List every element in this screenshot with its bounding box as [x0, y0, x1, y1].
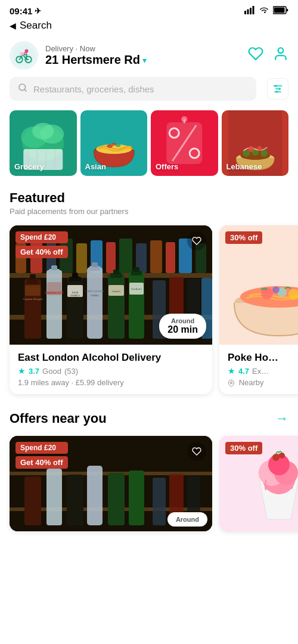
rating-label-poke: Ex… — [252, 367, 269, 376]
featured-cards-scroll[interactable]: Captain Morgan SMIRNOFF JACK DANIEL'S — [0, 218, 298, 401]
address-chevron-icon[interactable]: ▾ — [142, 55, 147, 65]
status-time: 09:41 ✈ — [10, 6, 41, 16]
svg-point-51 — [248, 146, 254, 152]
svg-rect-12 — [20, 52, 24, 55]
card-image-poke: 30% off — [219, 225, 298, 345]
svg-point-111 — [272, 286, 280, 293]
header-left: Delivery · Now 21 Hertsmere Rd ▾ — [10, 41, 147, 70]
badge-off-text: Get 40% off — [15, 246, 68, 258]
offers-scroll[interactable]: Spend £20 Get 40% off Around — [0, 429, 298, 538]
svg-point-21 — [276, 91, 278, 92]
category-offers[interactable]: Offers — [151, 110, 218, 176]
featured-title: Featured — [10, 190, 288, 206]
category-grocery[interactable]: Grocery — [10, 110, 77, 176]
search-bar-container: Restaurants, groceries, dishes — [0, 77, 298, 110]
card-info-poke: Poke Ho… ★ 4.7 Ex… Nearby — [219, 345, 298, 394]
address-text: 21 Hertsmere Rd — [45, 53, 140, 67]
card-time-value: 20 min — [167, 324, 198, 335]
card-heart-button-alcohol[interactable] — [187, 231, 206, 250]
star-icon-poke: ★ — [228, 366, 235, 376]
svg-line-15 — [24, 89, 26, 91]
card-time-badge-alcohol: Around 20 min — [159, 314, 206, 339]
card-badge-group-alcohol: Spend £20 Get 40% off — [15, 231, 68, 258]
poke-badge-percent: 30% off — [225, 231, 262, 244]
svg-point-26 — [32, 123, 54, 140]
signal-icon — [244, 6, 255, 16]
rating-label: Good — [42, 367, 61, 376]
svg-point-131 — [272, 454, 280, 461]
svg-point-19 — [275, 85, 277, 86]
category-offers-label: Offers — [156, 162, 178, 171]
card-name-poke: Poke Ho… — [228, 352, 298, 364]
time-display: 09:41 — [10, 6, 32, 16]
offers-badge-spend: Spend £20 — [15, 442, 68, 454]
rating-score: 3.7 — [29, 367, 39, 376]
battery-icon — [273, 6, 288, 16]
card-rating-alcohol: ★ 3.7 Good (53) — [18, 366, 204, 376]
svg-point-132 — [279, 453, 285, 459]
svg-point-36 — [116, 144, 120, 147]
category-asian-label: Asian — [85, 162, 106, 171]
card-image-alcohol: Captain Morgan SMIRNOFF JACK DANIEL'S — [10, 225, 212, 345]
offers-card-image-alcohol: Spend £20 Get 40% off Around — [10, 436, 212, 531]
rating-count: (53) — [64, 367, 78, 376]
offers-card-dessert[interactable]: 30% off — [219, 436, 298, 531]
offers-arrow-button[interactable]: → — [275, 411, 288, 426]
back-label[interactable]: Search — [20, 20, 52, 32]
offers-time-label: Around — [176, 516, 199, 523]
delivery-avatar — [10, 41, 38, 70]
location-icon: ✈ — [35, 7, 41, 16]
svg-rect-3 — [253, 6, 254, 14]
featured-section-header: Featured Paid placements from our partne… — [0, 185, 298, 218]
card-rating-poke: ★ 4.7 Ex… — [228, 366, 298, 376]
delivery-label: Delivery · Now — [45, 44, 147, 53]
offers-card-image-dessert: 30% off — [219, 436, 298, 531]
svg-rect-1 — [247, 10, 249, 15]
search-icon — [18, 83, 27, 95]
svg-point-37 — [111, 143, 116, 146]
offers-dessert-badge: 30% off — [225, 442, 262, 454]
status-icons — [244, 6, 288, 16]
offers-badge-off: Get 40% off — [15, 456, 68, 469]
svg-point-13 — [278, 48, 284, 53]
offers-card-alcohol[interactable]: Spend £20 Get 40% off Around — [10, 436, 212, 531]
svg-rect-2 — [250, 8, 252, 14]
badge-spend-text: Spend £20 — [15, 231, 68, 243]
card-name-alcohol: East London Alcohol Delivery — [18, 352, 204, 364]
card-info-alcohol: East London Alcohol Delivery ★ 3.7 Good … — [10, 345, 212, 394]
svg-rect-0 — [244, 11, 246, 14]
header-action-icons — [248, 46, 288, 65]
search-row: Restaurants, groceries, dishes — [10, 77, 288, 101]
filter-button[interactable] — [267, 78, 288, 100]
star-icon: ★ — [18, 366, 26, 376]
offers-near-you-header: Offers near you → — [0, 401, 298, 429]
back-navigation[interactable]: ◀ Search — [0, 18, 298, 36]
category-grocery-label: Grocery — [14, 162, 44, 171]
svg-point-112 — [231, 382, 232, 383]
offers-section-title: Offers near you — [10, 411, 107, 426]
offers-card-heart-button[interactable] — [187, 442, 206, 461]
wifi-icon — [259, 6, 269, 16]
card-time-label: Around — [167, 317, 198, 324]
card-meta-alcohol: 1.9 miles away · £5.99 delivery — [18, 378, 204, 387]
featured-subtitle: Paid placements from our partners — [10, 207, 288, 216]
profile-icon[interactable] — [273, 46, 288, 65]
favorites-icon[interactable] — [248, 46, 263, 65]
status-bar: 09:41 ✈ — [0, 0, 298, 18]
header-delivery-info: Delivery · Now 21 Hertsmere Rd ▾ — [45, 44, 147, 67]
delivery-header: Delivery · Now 21 Hertsmere Rd ▾ — [0, 36, 298, 77]
card-east-london-alcohol[interactable]: Captain Morgan SMIRNOFF JACK DANIEL'S — [10, 225, 212, 394]
category-lebanese-label: Lebanese — [226, 162, 262, 171]
offers-time-badge: Around — [167, 512, 207, 527]
offers-badge-group: Spend £20 Get 40% off — [15, 442, 68, 469]
card-poke-house[interactable]: 30% off Poke Ho… ★ 4.7 Ex… Nearby — [219, 225, 298, 394]
search-placeholder[interactable]: Restaurants, groceries, dishes — [33, 84, 248, 94]
svg-point-20 — [279, 88, 281, 89]
address-row[interactable]: 21 Hertsmere Rd ▾ — [45, 53, 147, 67]
back-arrow-icon: ◀ — [10, 21, 16, 30]
search-bar[interactable]: Restaurants, groceries, dishes — [10, 77, 256, 101]
category-lebanese[interactable]: Lebanese — [222, 110, 289, 176]
svg-point-52 — [257, 146, 262, 151]
rating-score-poke: 4.7 — [238, 367, 249, 376]
category-asian[interactable]: Asian — [80, 110, 148, 176]
